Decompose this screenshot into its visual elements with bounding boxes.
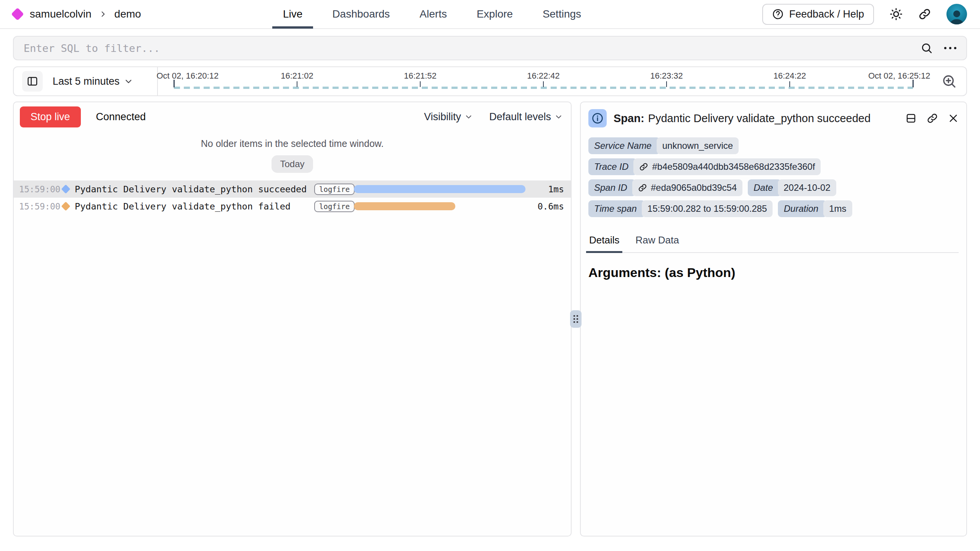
attribute-badge: Span ID#eda9065a0bd39c54 [588, 179, 742, 196]
level-diamond-icon [61, 184, 70, 193]
badge-row: Trace ID#b4e5809a440dbb3458e68d2335fe360… [588, 158, 959, 175]
logfire-logo-icon [11, 8, 24, 21]
nav-settings[interactable]: Settings [543, 0, 581, 28]
tab-raw-data[interactable]: Raw Data [635, 231, 680, 252]
live-toolbar: Stop live Connected Visibility Default l… [14, 102, 571, 131]
copy-link-icon[interactable] [927, 113, 938, 124]
badge-value-text: #b4e5809a440dbb3458e68d2335fe360f [652, 161, 815, 172]
log-row[interactable]: 15:59:00Pydantic Delivery validate_pytho… [14, 180, 571, 198]
badge-label: Date [748, 179, 781, 196]
timeline-tick-mark [789, 81, 790, 87]
timeline-tick-label: 16:22:42 [527, 71, 560, 81]
chevron-right-icon [99, 10, 107, 18]
badge-value-text: 15:59:00.282 to 15:59:00.285 [647, 203, 767, 214]
user-avatar[interactable] [946, 4, 967, 24]
badge-value: 2024-10-02 [778, 179, 836, 196]
chevron-down-icon [465, 113, 472, 121]
sidebar-toggle-icon[interactable] [22, 71, 43, 92]
timeline-tick-label: 16:21:02 [281, 71, 313, 81]
share-link-icon[interactable] [918, 8, 931, 21]
grip-dots-icon [574, 315, 578, 323]
span-detail-header: Span:Pydantic Delivery validate_python s… [588, 109, 959, 127]
badge-value: #eda9065a0bd39c54 [632, 179, 743, 196]
feedback-help-button[interactable]: Feedback / Help [762, 4, 874, 25]
sql-filter-bar [13, 36, 967, 60]
attribute-badge: Date2024-10-02 [748, 179, 836, 196]
detail-tabs: DetailsRaw Data [588, 231, 959, 253]
day-separator: Today [272, 155, 313, 173]
level-diamond-icon [61, 201, 70, 211]
dock-panel-icon[interactable] [905, 113, 917, 124]
top-bar: samuelcolvin demo LiveDashboardsAlertsEx… [0, 0, 980, 29]
badge-value-text: unknown_service [662, 140, 733, 151]
badge-row: Span ID#eda9065a0bd39c54Date2024-10-02 [588, 179, 959, 196]
span-title: Span:Pydantic Delivery validate_python s… [614, 112, 871, 125]
time-range-dropdown[interactable]: Last 5 minutes [53, 76, 133, 87]
timeline-tick-label: Oct 02, 16:20:12 [156, 71, 218, 81]
timeline-zoom-in-icon[interactable] [941, 73, 957, 89]
nav-alerts[interactable]: Alerts [419, 0, 447, 28]
timeline-tick-label: 16:21:52 [404, 71, 437, 81]
project-name[interactable]: demo [114, 8, 141, 20]
empty-window-notice: No older items in the selected time wind… [14, 138, 571, 149]
span-detail-panel: Span:Pydantic Delivery validate_python s… [580, 102, 967, 536]
chevron-down-icon [555, 113, 562, 121]
attribute-badge: Service Nameunknown_service [588, 137, 739, 154]
more-options-icon[interactable] [944, 47, 956, 49]
link-icon[interactable] [639, 162, 648, 171]
info-icon [588, 109, 607, 127]
visibility-dropdown[interactable]: Visibility [424, 111, 472, 123]
log-row[interactable]: 15:59:00Pydantic Delivery validate_pytho… [14, 198, 571, 215]
tab-details[interactable]: Details [588, 231, 620, 252]
timeline-tick-mark [543, 81, 544, 87]
timeline-tick-mark [913, 80, 914, 87]
timeline-tick-mark [420, 81, 421, 87]
log-message: Pydantic Delivery validate_python succee… [75, 184, 314, 195]
span-attribute-badges: Service Nameunknown_serviceTrace ID#b4e5… [588, 137, 959, 221]
badge-value: unknown_service [657, 137, 739, 154]
default-levels-dropdown[interactable]: Default levels [489, 111, 562, 123]
timeline-tick-label: 16:24:22 [773, 71, 806, 81]
org-name[interactable]: samuelcolvin [30, 8, 92, 20]
badge-row: Time span15:59:00.282 to 15:59:00.285Dur… [588, 200, 959, 217]
log-timestamp: 15:59:00 [19, 184, 62, 194]
duration-bar-cell [354, 185, 530, 193]
timeline-tick-mark [297, 81, 297, 87]
attribute-badge: Time span15:59:00.282 to 15:59:00.285 [588, 200, 773, 217]
duration-bar [354, 185, 525, 193]
badge-row: Service Nameunknown_service [588, 137, 959, 154]
nav-live[interactable]: Live [283, 0, 302, 28]
panel-divider [572, 102, 580, 536]
scope-tag[interactable]: logfire [314, 184, 355, 195]
link-icon[interactable] [638, 183, 647, 192]
visibility-label: Visibility [424, 111, 461, 123]
main-nav: LiveDashboardsAlertsExploreSettings [283, 0, 581, 28]
duration-bar-cell [354, 202, 530, 210]
duration-label: 0.6ms [530, 201, 571, 211]
close-icon[interactable] [948, 113, 959, 124]
attribute-badge: Duration1ms [778, 200, 852, 217]
scope-tag[interactable]: logfire [314, 201, 355, 212]
time-range-value: Last 5 minutes [53, 76, 120, 87]
log-message: Pydantic Delivery validate_python failed [75, 201, 314, 212]
span-kind-label: Span: [614, 112, 644, 124]
timeline-tick-label: Oct 02, 16:25:12 [868, 71, 930, 81]
feedback-label: Feedback / Help [789, 8, 864, 20]
main-content: Stop live Connected Visibility Default l… [13, 102, 967, 536]
nav-dashboards[interactable]: Dashboards [332, 0, 390, 28]
live-feed-panel: Stop live Connected Visibility Default l… [13, 102, 572, 536]
stop-live-button[interactable]: Stop live [20, 106, 81, 127]
sql-filter-input[interactable] [24, 42, 921, 54]
resize-handle[interactable] [570, 310, 582, 328]
nav-explore[interactable]: Explore [477, 0, 513, 28]
theme-toggle-sun-icon[interactable] [889, 7, 903, 21]
log-rows: 15:59:00Pydantic Delivery validate_pytho… [14, 180, 571, 215]
timeline-tick-label: 16:23:32 [650, 71, 683, 81]
badge-value: #b4e5809a440dbb3458e68d2335fe360f [633, 158, 821, 175]
timeline[interactable]: Oct 02, 16:20:1216:21:0216:21:5216:22:42… [174, 67, 913, 95]
search-icon[interactable] [921, 42, 933, 54]
badge-value-text: 1ms [829, 203, 846, 214]
badge-value-text: 2024-10-02 [784, 182, 831, 193]
topbar-actions: Feedback / Help [762, 4, 967, 25]
badge-value-text: #eda9065a0bd39c54 [651, 182, 737, 193]
